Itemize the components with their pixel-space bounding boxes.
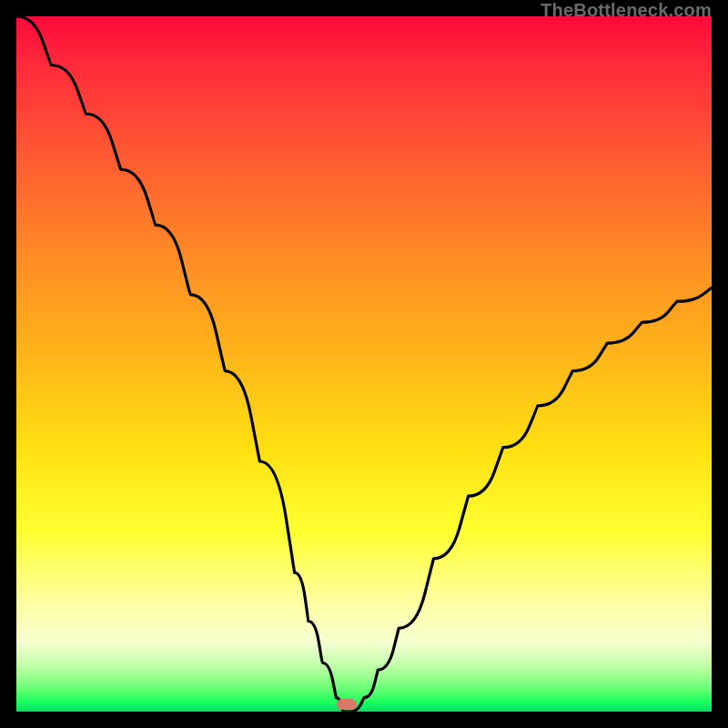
watermark-text: TheBottleneck.com: [541, 0, 712, 21]
optimal-point-marker: [337, 699, 357, 710]
plot-area: [16, 16, 712, 712]
bottleneck-curve: [16, 16, 712, 712]
chart-frame: TheBottleneck.com: [0, 0, 728, 728]
